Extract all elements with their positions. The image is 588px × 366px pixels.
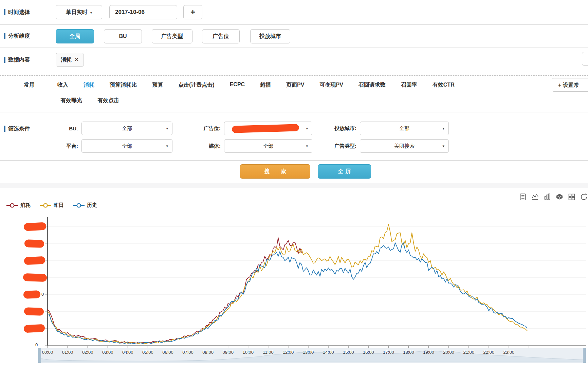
redaction-scribble — [24, 222, 47, 231]
x-tick-label: 13:00 — [303, 350, 314, 355]
line-chart — [0, 190, 588, 366]
redaction-scribble — [232, 124, 299, 133]
metric-tab[interactable]: 召回请求数 — [359, 81, 386, 89]
x-tick-label: 01:00 — [62, 350, 73, 355]
metric-tab[interactable]: 消耗 — [84, 81, 94, 89]
redaction-scribble — [23, 273, 47, 282]
datazoom-left-handle[interactable] — [38, 348, 41, 363]
x-tick-label: 15:00 — [343, 350, 354, 355]
x-tick-label: 14:00 — [323, 350, 334, 355]
chevron-down-icon: ▾ — [306, 144, 308, 148]
x-tick-label: 06:00 — [162, 350, 173, 355]
dimension-button-2[interactable]: BU — [104, 29, 142, 43]
bu-select[interactable]: 全部▾ — [81, 122, 172, 135]
metric-tab[interactable]: 有效点击 — [97, 97, 119, 104]
dimension-label: 分析维度 — [4, 32, 30, 40]
data-content-label: 数据内容 — [4, 56, 30, 63]
metric-tab[interactable]: 页面PV — [286, 81, 304, 89]
divider — [0, 24, 588, 25]
x-tick-label: 19:00 — [423, 350, 434, 355]
media-select[interactable]: 全部▾ — [224, 139, 312, 153]
divider — [0, 160, 588, 161]
close-icon[interactable]: ✕ — [74, 57, 79, 62]
platform-select[interactable]: 全部▾ — [81, 139, 172, 153]
redaction-scribble — [23, 290, 41, 299]
add-date-button[interactable]: + — [183, 5, 202, 19]
ad-slot-label: 广告位: — [190, 125, 221, 132]
chevron-down-icon: ▾ — [166, 144, 168, 148]
x-tick-label: 12:00 — [283, 350, 294, 355]
x-tick-label: 16:00 — [363, 350, 374, 355]
metric-tabs-row2: 有效曝光有效点击 — [60, 97, 119, 104]
x-tick-label: 18:00 — [403, 350, 414, 355]
x-tick-label: 04:00 — [122, 350, 133, 355]
partial-button[interactable] — [582, 52, 588, 66]
city-select[interactable]: 全部▾ — [360, 122, 449, 135]
ad-slot-select[interactable]: ▾ — [224, 122, 312, 135]
fullscreen-button[interactable]: 全屏 — [318, 164, 371, 179]
metric-tab[interactable]: 召回率 — [401, 81, 417, 89]
bu-label: BU: — [34, 126, 78, 131]
set-common-metrics-button[interactable]: + 设置常 — [552, 78, 588, 92]
metric-tab[interactable]: 预算消耗比 — [110, 81, 137, 89]
dashboard: 时间选择 单日实时▾ 2017-10-06 + 分析维度 全局BU广告类型广告位… — [0, 0, 588, 366]
divider — [0, 48, 588, 48]
x-tick-label: 02:00 — [82, 350, 93, 355]
dimension-button-1[interactable]: 全局 — [56, 29, 94, 43]
redaction-scribble — [24, 324, 45, 333]
x-tick-label: 21:00 — [463, 350, 474, 355]
metric-tabs-row1: 常用收入消耗预算消耗比预算点击(计费点击)ECPC超播页面PV可变现PV召回请求… — [24, 81, 455, 89]
date-input[interactable]: 2017-10-06 — [109, 5, 177, 19]
metric-tab[interactable]: 预算 — [152, 81, 163, 89]
metric-tab[interactable]: 常用 — [24, 81, 35, 89]
city-label: 投放城市: — [316, 125, 356, 132]
chevron-down-icon: ▾ — [90, 11, 92, 15]
time-mode-button[interactable]: 单日实时▾ — [56, 5, 102, 19]
x-tick-label: 22:00 — [483, 350, 494, 355]
section-separator — [0, 183, 588, 188]
x-tick-label: 20:00 — [443, 350, 454, 355]
datazoom-right-handle[interactable] — [583, 348, 586, 363]
y-axis-partial-label: 0 — [41, 292, 44, 297]
dimension-button-3[interactable]: 广告类型 — [152, 29, 192, 43]
dashed-divider — [0, 75, 588, 76]
x-tick-label: 10:00 — [243, 350, 254, 355]
chevron-down-icon: ▾ — [442, 126, 444, 131]
y-axis-origin-label: 0 — [35, 342, 38, 347]
dimension-button-4[interactable]: 广告位 — [202, 29, 240, 43]
x-tick-label: 09:00 — [222, 350, 234, 355]
x-tick-label: 23:00 — [503, 350, 515, 355]
metric-tab[interactable]: 收入 — [57, 81, 68, 89]
x-tick-label: 05:00 — [142, 350, 153, 355]
x-tick-label: 11:00 — [263, 350, 274, 355]
metric-tab[interactable]: 点击(计费点击) — [178, 81, 215, 89]
metric-tab[interactable]: 有效CTR — [433, 81, 455, 89]
x-tick-label: 07:00 — [182, 350, 194, 355]
platform-label: 平台: — [34, 143, 78, 149]
x-tick-label: 17:00 — [383, 350, 394, 355]
x-tick-label: 00:00 — [42, 350, 53, 355]
chevron-down-icon: ▾ — [306, 126, 308, 131]
chevron-down-icon: ▾ — [442, 144, 444, 148]
redaction-scribble — [24, 256, 45, 265]
ad-type-select[interactable]: 美团搜索▾ — [360, 139, 449, 153]
divider — [0, 112, 588, 112]
chevron-down-icon: ▾ — [166, 126, 168, 131]
metric-tab[interactable]: ECPC — [230, 81, 245, 89]
redaction-scribble — [24, 307, 44, 316]
filter-label: 筛选条件 — [4, 125, 30, 132]
redaction-scribble — [24, 239, 44, 248]
ad-type-label: 广告类型: — [316, 143, 356, 149]
time-select-label: 时间选择 — [4, 8, 30, 16]
metric-tag: 消耗✕ — [56, 53, 84, 67]
metric-tab[interactable]: 有效曝光 — [60, 97, 82, 104]
x-tick-label: 08:00 — [202, 350, 214, 355]
media-label: 媒体: — [190, 143, 221, 149]
dimension-button-5[interactable]: 投放城市 — [250, 29, 290, 43]
metric-tab[interactable]: 可变现PV — [319, 81, 343, 89]
metric-tab[interactable]: 超播 — [260, 81, 271, 89]
search-button[interactable]: 搜 索 — [240, 164, 310, 179]
x-tick-label: 03:00 — [102, 350, 113, 355]
series-消耗 — [48, 238, 303, 343]
